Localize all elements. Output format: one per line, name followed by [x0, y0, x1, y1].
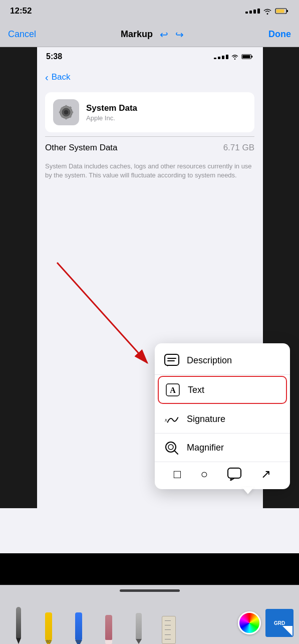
menu-item-signature[interactable]: x Signature	[155, 405, 290, 434]
arrow-shape-icon[interactable]: ↗	[261, 467, 271, 481]
osd-label: Other System Data	[45, 143, 118, 153]
status-time: 12:52	[10, 6, 32, 16]
undo-button[interactable]: ↩	[160, 29, 168, 41]
menu-item-description[interactable]: Description	[155, 346, 290, 375]
svg-point-27	[168, 445, 173, 450]
color-picker-tool[interactable]	[236, 604, 263, 644]
grd-label: GRD	[274, 620, 285, 626]
eraser-tool[interactable]	[94, 604, 123, 644]
cancel-button[interactable]: Cancel	[8, 29, 36, 40]
system-description: System Data includes caches, logs and ot…	[45, 162, 254, 180]
svg-rect-5	[242, 55, 250, 58]
back-chevron-icon: ‹	[45, 72, 49, 83]
svg-text:A: A	[170, 386, 176, 394]
shapes-row: □ ○ ↗	[155, 462, 290, 486]
blue-marker-body	[75, 612, 82, 640]
redo-button[interactable]: ↪	[175, 29, 184, 41]
menu-item-magnifier[interactable]: Magnifier	[155, 434, 290, 462]
svg-rect-1	[286, 10, 288, 12]
signal-icon	[245, 9, 260, 14]
system-developer: Apple Inc.	[86, 114, 137, 122]
markup-toolbar: Cancel Markup ↩ ↪ Done	[0, 22, 299, 47]
rectangle-shape-icon[interactable]: □	[174, 467, 181, 481]
inner-signal-icon	[214, 55, 228, 59]
svg-rect-12	[59, 111, 61, 113]
pencil-tip	[16, 638, 21, 644]
ruler-body	[162, 616, 176, 644]
grd-inner	[282, 626, 292, 636]
grd-tool[interactable]: GRD	[264, 604, 295, 644]
system-info: System Data Apple Inc.	[86, 103, 137, 122]
system-name: System Data	[86, 103, 137, 113]
wifi-icon	[263, 8, 272, 15]
color-wheel	[238, 611, 261, 634]
menu-item-text[interactable]: A Text	[158, 376, 287, 404]
yellow-size-label: 80	[46, 639, 51, 644]
tools-row: 80 50	[0, 595, 299, 644]
description-label: Description	[187, 355, 232, 366]
inner-battery-icon	[241, 54, 253, 60]
inner-status-bar: 5:38	[37, 47, 262, 66]
back-button[interactable]: ‹ Back	[45, 72, 70, 83]
pencil2-tip	[136, 639, 142, 644]
ruler-mark-4	[165, 634, 171, 635]
toolbar-center: Markup ↩ ↪	[121, 29, 184, 41]
eraser-tip	[105, 640, 112, 644]
text-label: Text	[188, 385, 204, 395]
magnifier-icon	[164, 440, 180, 456]
status-bar: 12:52	[0, 0, 299, 22]
settings-icon	[53, 99, 79, 125]
grd-box: GRD	[265, 609, 293, 637]
text-icon: A	[165, 382, 181, 398]
magnifier-label: Magnifier	[187, 443, 224, 453]
battery-icon	[275, 8, 289, 15]
description-icon	[164, 352, 180, 368]
svg-rect-11	[65, 117, 67, 119]
svg-rect-4	[251, 56, 253, 57]
ruler-mark-5	[165, 639, 171, 639]
speech-bubble-shape-icon[interactable]	[227, 468, 241, 481]
blue-size-label: 50	[76, 639, 81, 644]
status-icons	[245, 8, 289, 15]
svg-rect-13	[71, 111, 73, 113]
svg-rect-10	[65, 105, 67, 107]
pencil-tool[interactable]	[4, 604, 33, 644]
yellow-marker-tool[interactable]: 80	[34, 604, 63, 644]
svg-rect-2	[276, 10, 284, 13]
system-data-card: System Data Apple Inc.	[45, 92, 254, 132]
pencil2-body	[136, 613, 142, 639]
yellow-marker-body	[45, 612, 52, 640]
eraser-body	[105, 615, 112, 640]
svg-rect-20	[165, 354, 179, 365]
screenshot-area: 5:38	[0, 47, 299, 553]
other-system-data-row: Other System Data 6.71 GB	[45, 136, 254, 159]
blue-marker-tool[interactable]: 50	[64, 604, 93, 644]
svg-point-9	[64, 110, 69, 115]
pencil-body	[16, 607, 21, 638]
ruler-mark-3	[165, 629, 171, 630]
svg-line-28	[174, 451, 178, 454]
inner-status-icons	[214, 54, 253, 60]
pencil2-tool[interactable]	[124, 604, 153, 644]
ruler-tool[interactable]	[154, 604, 183, 644]
circle-shape-icon[interactable]: ○	[200, 467, 208, 481]
inner-time: 5:38	[46, 52, 62, 61]
ruler-mark-2	[165, 625, 171, 625]
signature-icon: x	[164, 411, 180, 427]
signature-label: Signature	[187, 414, 225, 424]
bottom-toolbar: 80 50	[0, 585, 299, 644]
done-button[interactable]: Done	[268, 29, 291, 40]
svg-text:x: x	[164, 417, 167, 422]
inner-nav: ‹ Back	[37, 66, 262, 88]
toolbar-title: Markup	[121, 29, 153, 40]
left-panel	[0, 47, 37, 508]
popup-menu: Description A Text x Signature	[155, 343, 290, 489]
popup-tail	[242, 487, 254, 494]
gear-icon	[55, 101, 78, 124]
back-label: Back	[52, 72, 71, 82]
scroll-indicator	[120, 589, 180, 592]
svg-rect-29	[228, 468, 241, 478]
osd-value: 6.71 GB	[223, 143, 254, 153]
inner-wifi-icon	[231, 54, 239, 60]
ruler-mark-1	[165, 620, 171, 621]
